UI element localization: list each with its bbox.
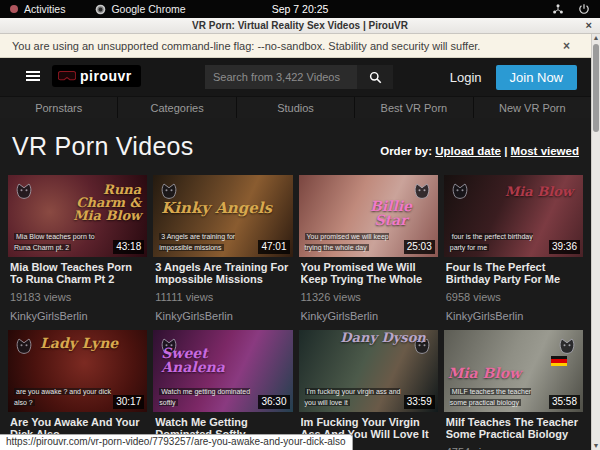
- video-title[interactable]: Milf Teaches The Teacher Some Practical …: [446, 416, 581, 441]
- search-icon: [369, 71, 382, 84]
- vr-goggles-icon: [58, 70, 76, 82]
- video-card[interactable]: Runa Charm & Mia Blow Mia Blow teaches p…: [8, 175, 147, 322]
- order-by-label: Order by:: [380, 145, 432, 157]
- video-thumbnail[interactable]: Billie Star You promised we will keep tr…: [299, 175, 438, 257]
- nav-item-new-vr-porn[interactable]: New VR Porn: [474, 97, 591, 118]
- scroll-up-arrow-icon[interactable]: ▲: [592, 34, 600, 41]
- thumbnail-caption: four is the perfect birthday party for m…: [450, 232, 547, 253]
- search-button[interactable]: [357, 65, 393, 89]
- status-bar-url: https://pirouvr.com/vr-porn-video/779325…: [0, 434, 353, 450]
- duration-badge: 30:17: [113, 395, 144, 409]
- duration-badge: 36:30: [258, 395, 289, 409]
- view-count: 11326 views: [301, 291, 436, 303]
- page-title: VR Porn Videos: [12, 132, 194, 161]
- video-thumbnail[interactable]: Kinky Angels 3 Angels are training for i…: [153, 175, 292, 257]
- video-thumbnail[interactable]: Mia Blow MILF teaches the teacher some p…: [444, 330, 583, 412]
- thumbnail-overlay-title: Lady Lyne: [40, 336, 118, 350]
- system-top-bar: Activities Google Chrome Sep 7 20:25: [0, 0, 600, 18]
- video-grid: Runa Charm & Mia Blow Mia Blow teaches p…: [8, 175, 583, 450]
- thumbnail-caption: are you awake ? and your dick also ?: [14, 387, 111, 408]
- view-count: 19183 views: [10, 291, 145, 303]
- thumbnail-overlay-title: Mia Blow: [448, 366, 521, 380]
- window-close-button[interactable]: ×: [586, 18, 592, 33]
- nav-item-studios[interactable]: Studios: [237, 97, 355, 118]
- thumbnail-overlay-title: Mia Blow: [496, 185, 573, 198]
- studio-cat-mask-icon: [14, 334, 34, 354]
- scrollbar-thumb[interactable]: [593, 44, 599, 132]
- network-tray-icon[interactable]: [552, 3, 564, 15]
- thumbnail-caption: MILF teaches the teacher some practical …: [450, 387, 547, 408]
- activities-button[interactable]: Activities: [24, 3, 65, 15]
- duration-badge: 25:03: [404, 240, 435, 254]
- duration-badge: 35:58: [549, 395, 580, 409]
- duration-badge: 33:59: [404, 395, 435, 409]
- video-thumbnail[interactable]: Mia Blow four is the perfect birthday pa…: [444, 175, 583, 257]
- scroll-down-arrow-icon[interactable]: ▼: [592, 442, 600, 449]
- warning-close-button[interactable]: ×: [563, 39, 570, 53]
- video-card[interactable]: Kinky Angels 3 Angels are training for i…: [153, 175, 292, 322]
- video-title[interactable]: Mia Blow Teaches Porn To Runa Charm Pt 2: [10, 261, 145, 286]
- window-title: VR Porn: Virtual Reality Sex Videos | Pi…: [192, 20, 408, 31]
- search-bar: [205, 65, 393, 89]
- nav-item-best-vr-porn[interactable]: Best VR Porn: [355, 97, 473, 118]
- clock[interactable]: Sep 7 20:25: [272, 3, 329, 15]
- video-card[interactable]: Mia Blow four is the perfect birthday pa…: [444, 175, 583, 322]
- view-count: 11111 views: [155, 291, 290, 303]
- duration-badge: 47:01: [258, 240, 289, 254]
- video-card[interactable]: Sweet Analena Watch me getting dominated…: [153, 330, 292, 450]
- order-most-viewed-link[interactable]: Most viewed: [511, 145, 579, 157]
- duration-badge: 39:36: [549, 240, 580, 254]
- join-now-button[interactable]: Join Now: [496, 65, 577, 90]
- studio-link[interactable]: KinkyGirlsBerlin: [155, 310, 290, 322]
- studio-cat-mask-icon: [412, 334, 432, 354]
- video-title[interactable]: Four Is The Perfect Birthday Party For M…: [446, 261, 581, 286]
- site-logo[interactable]: pirouvr: [52, 65, 141, 87]
- search-input[interactable]: [205, 65, 357, 89]
- studio-link[interactable]: KinkyGirlsBerlin: [446, 310, 581, 322]
- thumbnail-overlay-title: Billie Star: [356, 199, 426, 227]
- studio-cat-mask-icon: [450, 179, 470, 199]
- thumbnail-caption: I'm fucking your virgin ass and you will…: [305, 387, 402, 408]
- german-flag-icon: [551, 356, 567, 366]
- video-thumbnail[interactable]: Runa Charm & Mia Blow Mia Blow teaches p…: [8, 175, 147, 257]
- main-content: VR Porn Videos Order by: Upload date | M…: [0, 118, 591, 450]
- login-link[interactable]: Login: [450, 70, 482, 85]
- studio-cat-mask-icon: [159, 334, 179, 354]
- warning-message: You are using an unsupported command-lin…: [12, 40, 480, 52]
- order-upload-date-link[interactable]: Upload date: [435, 145, 501, 157]
- nav-item-pornstars[interactable]: Pornstars: [0, 97, 118, 118]
- video-title[interactable]: 3 Angels Are Training For Impossible Mis…: [155, 261, 290, 286]
- video-title[interactable]: You Promised We Will Keep Trying The Who…: [301, 261, 436, 286]
- duration-badge: 43:18: [113, 240, 144, 254]
- studio-cat-mask-icon: [557, 334, 577, 354]
- power-icon[interactable]: [578, 3, 590, 15]
- video-thumbnail[interactable]: Dany Dyson I'm fucking your virgin ass a…: [299, 330, 438, 412]
- order-by-controls: Order by: Upload date | Most viewed: [380, 145, 579, 161]
- studio-cat-mask-icon: [412, 179, 432, 199]
- studio-link[interactable]: KinkyGirlsBerlin: [301, 310, 436, 322]
- thumbnail-caption: Watch me getting dominated softly: [159, 387, 256, 408]
- video-thumbnail[interactable]: Sweet Analena Watch me getting dominated…: [153, 330, 292, 412]
- video-card[interactable]: Billie Star You promised we will keep tr…: [299, 175, 438, 322]
- nav-item-categories[interactable]: Categories: [118, 97, 236, 118]
- primary-nav: Pornstars Categories Studios Best VR Por…: [0, 96, 591, 118]
- studio-link[interactable]: KinkyGirlsBerlin: [10, 310, 145, 322]
- site-header: pirouvr Login Join Now: [0, 58, 591, 96]
- chrome-icon: [95, 4, 106, 15]
- focused-app-indicator[interactable]: Google Chrome: [95, 3, 185, 15]
- view-count: 4754 views: [446, 446, 581, 450]
- chrome-warning-bar: You are using an unsupported command-lin…: [0, 34, 600, 58]
- video-thumbnail[interactable]: Lady Lyne are you awake ? and your dick …: [8, 330, 147, 412]
- screen: Activities Google Chrome Sep 7 20:25 VR …: [0, 0, 600, 450]
- video-card[interactable]: Mia Blow MILF teaches the teacher some p…: [444, 330, 583, 450]
- focused-app-label: Google Chrome: [111, 3, 185, 15]
- notification-dot-icon: [10, 5, 18, 13]
- site-logo-text: pirouvr: [80, 68, 132, 84]
- thumbnail-overlay-title: Runa Charm & Mia Blow: [55, 183, 141, 222]
- view-count: 6958 views: [446, 291, 581, 303]
- menu-hamburger-icon[interactable]: [26, 71, 40, 83]
- order-separator: |: [504, 145, 507, 157]
- vertical-scrollbar[interactable]: ▲ ▼: [591, 34, 600, 450]
- video-card[interactable]: Dany Dyson I'm fucking your virgin ass a…: [299, 330, 438, 450]
- video-card[interactable]: Lady Lyne are you awake ? and your dick …: [8, 330, 147, 450]
